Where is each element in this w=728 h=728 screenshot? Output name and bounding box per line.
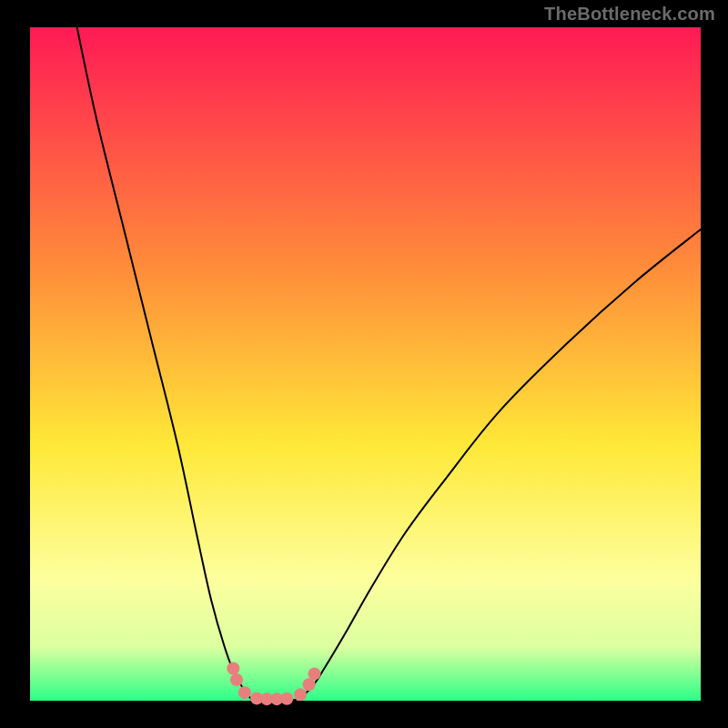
marker-dot	[303, 678, 316, 691]
marker-dot	[280, 693, 293, 705]
plot-background	[30, 27, 701, 701]
bottleneck-chart	[0, 0, 728, 728]
watermark-text: TheBottleneck.com	[544, 4, 715, 25]
marker-dot	[227, 662, 239, 674]
marker-dot	[230, 673, 243, 686]
marker-dot	[294, 688, 307, 701]
marker-dot	[238, 686, 251, 699]
marker-dot	[308, 667, 320, 680]
chart-frame: TheBottleneck.com	[0, 0, 728, 728]
